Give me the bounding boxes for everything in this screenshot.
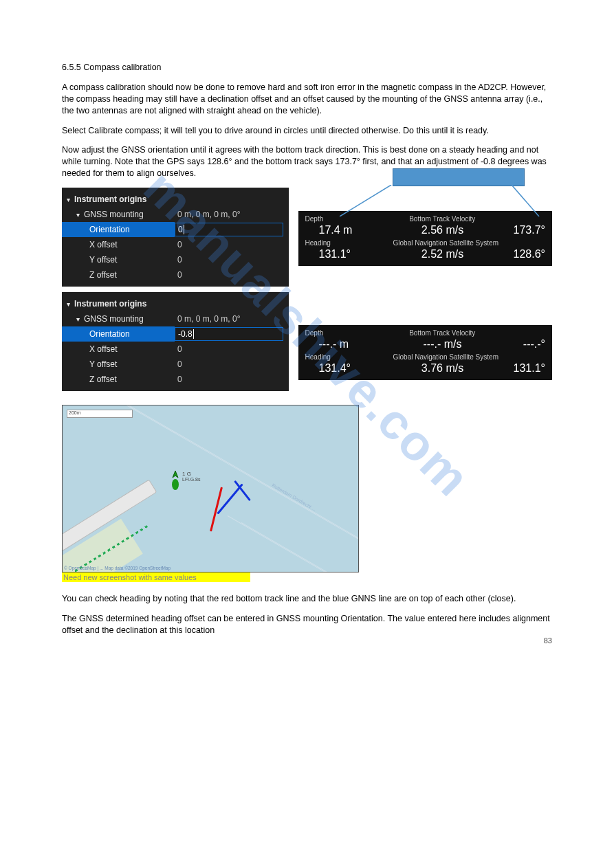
caret-down-icon: ▾ [72, 315, 84, 323]
y-offset-row[interactable]: Y offset 0 [62, 252, 289, 267]
marker-sublabel: LFl.G.8s [182, 477, 200, 482]
depth-value: 17.4 m [305, 224, 395, 236]
settings-panel-before: ▾ Instrument origins ▾ GNSS mounting 0 m… [62, 188, 289, 287]
orientation-row[interactable]: Orientation -0.8 [62, 326, 289, 342]
marker-label: 1 G [182, 471, 191, 477]
intro-p2: Select Calibrate compass; it will tell y… [62, 125, 552, 137]
heading-label: Heading [305, 239, 381, 247]
gnss-mounting-row[interactable]: ▾ GNSS mounting 0 m, 0 m, 0 m, 0° [62, 207, 289, 222]
page-number: 83 [544, 636, 552, 645]
z-offset-row[interactable]: Z offset 0 [62, 267, 289, 282]
y-offset-row[interactable]: Y offset 0 [62, 357, 289, 372]
caption-highlight: Need new screenshot with same values [62, 572, 250, 582]
orientation-row[interactable]: Orientation 0 [62, 222, 289, 237]
caret-down-icon: ▾ [62, 300, 74, 308]
group-header[interactable]: ▾ Instrument origins [62, 192, 289, 207]
depth-value: ---.- m [305, 338, 395, 350]
x-offset-row[interactable]: X offset 0 [62, 342, 289, 357]
btv-label: Bottom Track Velocity [381, 329, 504, 337]
heading-label: Heading [305, 353, 381, 361]
orientation-label: Orientation [89, 225, 130, 234]
gnss-label: Global Navigation Satellite System [381, 239, 511, 247]
orientation-label: Orientation [89, 329, 130, 339]
outro-p1: You can check heading by noting that the… [62, 593, 552, 605]
callout-box [393, 168, 525, 186]
btv-speed: ---.- m/s [395, 338, 491, 350]
orientation-input[interactable]: 0 [175, 223, 283, 236]
btv-direction: 173.7° [491, 224, 545, 236]
intro-p1: A compass calibration should now be done… [62, 82, 552, 117]
caret-down-icon: ▾ [72, 211, 84, 219]
gnss-direction: 128.6° [491, 248, 545, 260]
svg-point-3 [172, 479, 179, 490]
gnss-mounting-row[interactable]: ▾ GNSS mounting 0 m, 0 m, 0 m, 0° [62, 311, 289, 326]
map-credit: © OpenSeaMap | ... Map data ©2019 OpenSt… [64, 566, 171, 570]
status-panel-after: Depth Bottom Track Velocity ---.- m ---.… [298, 325, 552, 380]
settings-panel-after: ▾ Instrument origins ▾ GNSS mounting 0 m… [62, 292, 289, 391]
outro-p2: The GNSS determined heading offset can b… [62, 613, 552, 636]
gnss-speed: 2.52 m/s [395, 248, 491, 260]
map-scale: 200m [67, 410, 133, 418]
caret-down-icon: ▾ [62, 196, 74, 203]
fairway-line [228, 515, 359, 572]
btv-label: Bottom Track Velocity [381, 215, 504, 223]
heading-value: 131.4° [305, 362, 395, 375]
btv-speed: 2.56 m/s [395, 224, 491, 236]
section-heading: 6.5.5 Compass calibration [62, 62, 552, 74]
gnss-label: Global Navigation Satellite System [381, 353, 511, 361]
status-panel-before: Depth Bottom Track Velocity 17.4 m 2.56 … [298, 211, 552, 266]
nav-marker [169, 471, 182, 493]
x-offset-row[interactable]: X offset 0 [62, 237, 289, 252]
btv-direction: ---.-° [491, 338, 545, 350]
map-view[interactable]: Rotterdam Dordrecht ... 1 G LFl.G.8s 200… [62, 405, 359, 572]
gnss-speed: 3.76 m/s [395, 362, 491, 375]
heading-value: 131.1° [305, 248, 395, 260]
svg-marker-2 [173, 471, 178, 478]
orientation-input[interactable]: -0.8 [175, 327, 283, 341]
gnss-direction: 131.1° [491, 362, 545, 375]
group-header[interactable]: ▾ Instrument origins [62, 296, 289, 311]
depth-label: Depth [305, 215, 381, 223]
depth-label: Depth [305, 329, 381, 337]
lane-label: Rotterdam Dordrecht ... [271, 482, 317, 512]
z-offset-row[interactable]: Z offset 0 [62, 372, 289, 387]
